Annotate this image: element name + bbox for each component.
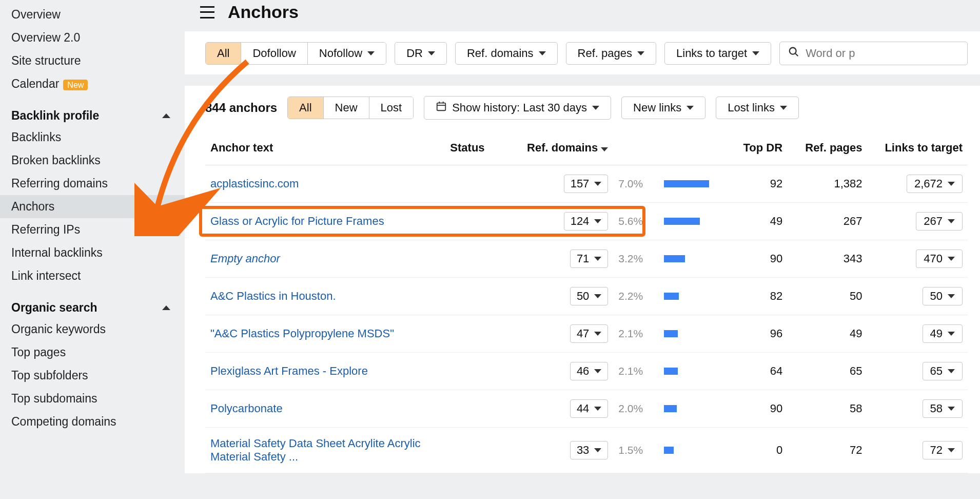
ref-domains-percent: 5.6% [618, 215, 654, 227]
anchor-text-link[interactable]: "A&C Plastics Polypropylene MSDS" [210, 327, 394, 340]
ref-pages-value: 50 [788, 278, 867, 315]
filter-links-to-target[interactable]: Links to target [664, 42, 771, 65]
ref-domains-bar [664, 330, 678, 337]
status-all[interactable]: All [288, 97, 323, 119]
anchor-text-link[interactable]: Glass or Acrylic for Picture Frames [210, 215, 384, 227]
ref-domains-dropdown[interactable]: 50 [570, 287, 608, 305]
ref-domains-percent: 2.2% [618, 290, 654, 302]
sidebar-item[interactable]: Top pages [11, 341, 185, 364]
sidebar-item[interactable]: Referring IPs [11, 218, 185, 241]
chevron-down-icon [594, 332, 601, 336]
table-row: "A&C Plastics Polypropylene MSDS"472.1%9… [205, 315, 968, 353]
sidebar-group-header[interactable]: Organic search [11, 301, 185, 315]
ref-domains-dropdown[interactable]: 47 [570, 324, 608, 343]
chevron-down-icon [594, 294, 601, 298]
links-to-target-dropdown[interactable]: 72 [923, 441, 963, 459]
chevron-down-icon [594, 448, 601, 452]
ref-domains-dropdown[interactable]: 46 [570, 362, 608, 380]
sidebar-item[interactable]: Referring domains [11, 172, 185, 195]
sidebar-item[interactable]: Organic keywords [11, 318, 185, 341]
ref-domains-dropdown[interactable]: 44 [570, 399, 608, 418]
anchor-text-link[interactable]: acplasticsinc.com [210, 177, 299, 190]
svg-point-0 [790, 48, 796, 54]
chevron-down-icon [687, 106, 694, 110]
filter-nofollow[interactable]: Nofollow [308, 43, 386, 64]
filter-all[interactable]: All [206, 43, 241, 64]
sidebar-item[interactable]: Broken backlinks [11, 149, 185, 172]
filter-dofollow[interactable]: Dofollow [241, 43, 307, 64]
filter-dr[interactable]: DR [395, 42, 447, 65]
top-dr-value: 49 [728, 203, 788, 240]
chevron-down-icon [948, 182, 955, 186]
anchor-text-link[interactable]: Polycarbonate [210, 402, 283, 415]
sidebar-item[interactable]: Site structure [11, 49, 185, 72]
col-anchor-text[interactable]: Anchor text [205, 129, 445, 165]
links-to-target-dropdown[interactable]: 2,672 [907, 175, 963, 193]
anchor-text-link[interactable]: A&C Plastics in Houston. [210, 290, 336, 302]
sidebar-item[interactable]: Link intersect [11, 264, 185, 287]
col-top-dr[interactable]: Top DR [728, 129, 788, 165]
chevron-down-icon [948, 332, 955, 336]
anchor-text-link[interactable]: Plexiglass Art Frames - Explore [210, 364, 368, 377]
links-to-target-dropdown[interactable]: 470 [916, 250, 963, 268]
history-dropdown[interactable]: Show history: Last 30 days [424, 96, 611, 120]
ref-domains-bar [664, 447, 674, 454]
page-header: Anchors [185, 0, 980, 31]
sidebar-item[interactable]: Top subfolders [11, 364, 185, 387]
sidebar-item[interactable]: Internal backlinks [11, 241, 185, 264]
subbar-container: 844 anchors All New Lost Show history: L… [185, 86, 980, 129]
col-ref-domains[interactable]: Ref. domains [504, 129, 613, 165]
ref-domains-percent: 1.5% [618, 444, 654, 456]
chevron-down-icon [539, 51, 546, 55]
ref-domains-bar [664, 293, 679, 300]
ref-domains-dropdown[interactable]: 33 [570, 441, 608, 459]
anchor-text-link[interactable]: Material Safety Data Sheet Acrylite Acry… [210, 437, 421, 463]
links-to-target-dropdown[interactable]: 49 [923, 324, 963, 343]
chevron-up-icon [162, 113, 170, 118]
ref-domains-dropdown[interactable]: 157 [564, 175, 609, 193]
table-row: A&C Plastics in Houston.502.2%825050 [205, 278, 968, 315]
filter-ref-domains[interactable]: Ref. domains [455, 42, 558, 65]
ref-domains-dropdown[interactable]: 124 [564, 212, 609, 231]
links-to-target-dropdown[interactable]: 267 [916, 212, 963, 231]
sidebar-item[interactable]: Overview 2.0 [11, 26, 185, 49]
chevron-down-icon [594, 407, 601, 411]
ref-domains-dropdown[interactable]: 71 [570, 250, 608, 268]
history-label: Show history: Last 30 days [452, 101, 587, 114]
follow-filter-group: All Dofollow Nofollow [205, 42, 386, 65]
filter-nofollow-label: Nofollow [319, 47, 362, 60]
new-links-dropdown[interactable]: New links [621, 97, 705, 119]
anchors-table: Anchor text Status Ref. domains Top DR R… [205, 129, 968, 473]
ref-pages-value: 267 [788, 203, 867, 240]
sidebar-item[interactable]: Overview [11, 3, 185, 26]
anchor-text-link[interactable]: Empty anchor [210, 252, 280, 265]
ref-domains-bar [664, 405, 677, 412]
sidebar-item[interactable]: Anchors [0, 195, 185, 218]
top-dr-value: 64 [728, 353, 788, 390]
sidebar-item[interactable]: Competing domains [11, 410, 185, 433]
sidebar-item[interactable]: Backlinks [11, 126, 185, 149]
sidebar-group-title: Organic search [11, 301, 97, 315]
col-status[interactable]: Status [445, 129, 504, 165]
search-input[interactable] [806, 47, 959, 60]
status-lost[interactable]: Lost [369, 97, 414, 119]
links-to-target-dropdown[interactable]: 65 [923, 362, 963, 380]
col-links-to-target[interactable]: Links to target [868, 129, 968, 165]
menu-toggle-icon[interactable] [200, 6, 214, 18]
sidebar-item[interactable]: Top subdomains [11, 387, 185, 410]
lost-links-dropdown[interactable]: Lost links [716, 97, 799, 119]
filter-ref-pages-label: Ref. pages [578, 47, 632, 60]
col-ref-pages[interactable]: Ref. pages [788, 129, 867, 165]
chevron-down-icon [948, 407, 955, 411]
ref-domains-percent: 2.0% [618, 402, 654, 415]
sidebar-item[interactable]: CalendarNew [11, 72, 185, 95]
links-to-target-dropdown[interactable]: 50 [923, 287, 963, 305]
ref-domains-percent: 2.1% [618, 365, 654, 377]
status-new[interactable]: New [324, 97, 369, 119]
table-row: acplasticsinc.com1577.0%921,3822,672 [205, 165, 968, 203]
filter-ref-pages[interactable]: Ref. pages [566, 42, 656, 65]
links-to-target-dropdown[interactable]: 58 [923, 399, 963, 418]
sidebar-group-header[interactable]: Backlink profile [11, 109, 185, 123]
ref-domains-bar [664, 218, 700, 225]
table-row: Glass or Acrylic for Picture Frames1245.… [205, 203, 968, 240]
